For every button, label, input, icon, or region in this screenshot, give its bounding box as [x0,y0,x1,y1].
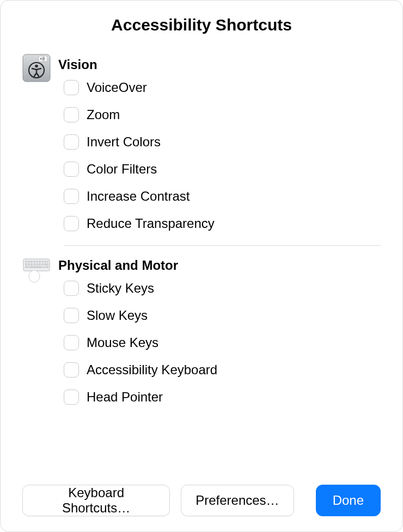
svg-rect-16 [30,263,33,265]
section-vision-body: Vision VoiceOver Zoom Invert Colors [58,57,381,231]
option-increase-contrast: Increase Contrast [64,189,381,204]
physical-options: Sticky Keys Slow Keys Mouse Keys Accessi… [58,281,381,405]
accessibility-icon [22,54,51,82]
checkbox-voiceover[interactable] [64,80,79,95]
svg-rect-20 [41,263,44,265]
keyboard-shortcuts-button[interactable]: Keyboard Shortcuts… [22,485,170,516]
label-zoom: Zoom [87,107,120,122]
section-physical-body: Physical and Motor Sticky Keys Slow Keys… [58,258,381,405]
svg-rect-9 [36,261,38,263]
label-voiceover: VoiceOver [87,80,147,95]
svg-rect-25 [45,266,48,268]
label-color-filters: Color Filters [87,162,157,177]
option-accessibility-keyboard: Accessibility Keyboard [64,362,381,378]
section-vision: Vision VoiceOver Zoom Invert Colors [22,57,381,231]
option-sticky-keys: Sticky Keys [64,281,381,296]
done-button[interactable]: Done [316,485,381,516]
svg-rect-6 [28,261,30,263]
svg-rect-22 [25,266,28,268]
option-invert-colors: Invert Colors [64,134,381,150]
svg-rect-24 [42,266,45,268]
label-increase-contrast: Increase Contrast [87,189,190,204]
option-reduce-transparency: Reduce Transparency [64,216,381,231]
panel-title: Accessibility Shortcuts [22,16,381,34]
section-physical-title: Physical and Motor [58,258,381,273]
svg-rect-23 [29,266,42,268]
label-sticky-keys: Sticky Keys [87,281,154,296]
sections-container: Vision VoiceOver Zoom Invert Colors [22,57,381,474]
option-zoom: Zoom [64,107,381,122]
svg-rect-18 [36,263,38,265]
svg-rect-17 [33,263,35,265]
accessibility-shortcuts-panel: Accessibility Shortcuts [0,0,403,532]
checkbox-increase-contrast[interactable] [64,189,79,204]
svg-point-3 [35,65,38,68]
option-slow-keys: Slow Keys [64,308,381,323]
svg-rect-19 [39,263,41,265]
vision-options: VoiceOver Zoom Invert Colors Color Filte… [58,80,381,231]
label-slow-keys: Slow Keys [87,308,148,323]
option-voiceover: VoiceOver [64,80,381,95]
checkbox-invert-colors[interactable] [64,134,79,150]
checkbox-head-pointer[interactable] [64,389,79,405]
label-head-pointer: Head Pointer [87,389,163,405]
section-divider [64,245,381,246]
svg-rect-11 [41,261,44,263]
keyboard-mouse-icon [22,255,51,283]
option-head-pointer: Head Pointer [64,389,381,405]
option-color-filters: Color Filters [64,162,381,177]
footer: Keyboard Shortcuts… Preferences… Done [22,485,381,516]
label-mouse-keys: Mouse Keys [87,335,158,350]
checkbox-color-filters[interactable] [64,162,79,177]
label-accessibility-keyboard: Accessibility Keyboard [87,362,217,378]
svg-rect-7 [30,261,33,263]
checkbox-slow-keys[interactable] [64,308,79,323]
svg-rect-15 [28,263,30,265]
checkbox-mouse-keys[interactable] [64,335,79,350]
checkbox-zoom[interactable] [64,107,79,122]
svg-rect-12 [44,261,46,263]
checkbox-reduce-transparency[interactable] [64,216,79,231]
option-mouse-keys: Mouse Keys [64,335,381,350]
svg-rect-8 [33,261,35,263]
preferences-button[interactable]: Preferences… [181,485,294,516]
checkbox-accessibility-keyboard[interactable] [64,362,79,378]
svg-rect-10 [39,261,41,263]
label-reduce-transparency: Reduce Transparency [87,216,215,231]
section-vision-title: Vision [58,57,381,72]
svg-rect-14 [25,263,27,265]
svg-rect-13 [47,261,48,263]
section-physical: Physical and Motor Sticky Keys Slow Keys… [22,258,381,405]
svg-rect-5 [25,261,27,263]
label-invert-colors: Invert Colors [87,134,161,150]
svg-rect-21 [44,263,48,265]
checkbox-sticky-keys[interactable] [64,281,79,296]
